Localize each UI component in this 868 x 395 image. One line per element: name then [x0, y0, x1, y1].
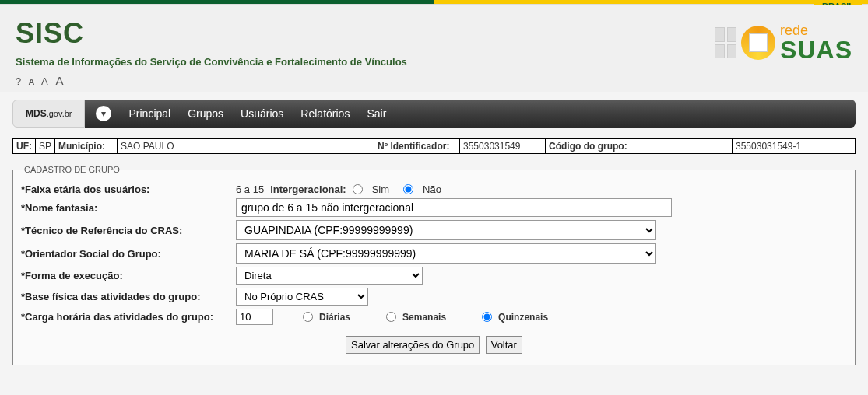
base-fisica-label: *Base física das atividades do grupo:: [21, 291, 230, 302]
codigo-grupo-value: 35503031549-1: [733, 139, 856, 154]
chevron-down-icon[interactable]: ▾: [96, 106, 111, 121]
faixa-etaria-value: 6 a 15: [236, 184, 264, 195]
content-area: UF: SP Município: SAO PAULO Nº Identific…: [0, 128, 868, 376]
intergeracional-sim-radio[interactable]: [353, 184, 363, 194]
brand-main: MDS: [26, 108, 47, 119]
nav-usuarios[interactable]: Usuários: [241, 107, 283, 120]
salvar-button[interactable]: Salvar alterações do Grupo: [346, 336, 480, 354]
navbar: ▾ Principal Grupos Usuários Relatórios S…: [85, 100, 856, 128]
fieldset-legend: CADASTRO DE GRUPO: [21, 165, 123, 174]
font-large-button[interactable]: A: [55, 74, 63, 87]
font-size-controls: ? A A A: [16, 74, 852, 87]
nav-sair[interactable]: Sair: [367, 107, 386, 120]
logo-text-suas: SUAS: [780, 37, 852, 62]
nao-label: Não: [423, 184, 441, 195]
codigo-grupo-label: Código do grupo:: [546, 139, 733, 154]
brand-tld: .gov.br: [47, 109, 72, 118]
help-icon[interactable]: ?: [16, 75, 21, 87]
font-small-button[interactable]: A: [29, 77, 34, 86]
sim-label: Sim: [372, 184, 389, 195]
voltar-button[interactable]: Voltar: [486, 336, 522, 354]
orientador-select[interactable]: MARIA DE SÁ (CPF:99999999999): [236, 243, 656, 264]
nav-grupos[interactable]: Grupos: [188, 107, 223, 120]
uf-label: UF:: [13, 139, 36, 154]
cadastro-grupo-fieldset: CADASTRO DE GRUPO *Faixa etária dos usuá…: [12, 165, 856, 365]
base-fisica-select[interactable]: No Próprio CRAS: [236, 288, 368, 306]
identificador-label: Nº Identificador:: [374, 139, 460, 154]
forma-execucao-label: *Forma de execução:: [21, 270, 230, 281]
uf-value: SP: [36, 139, 55, 154]
carga-horaria-input[interactable]: [236, 309, 273, 325]
municipio-label: Município:: [55, 139, 118, 154]
intergeracional-nao-radio[interactable]: [403, 184, 413, 194]
freq-quinzenais-label: Quinzenais: [498, 312, 548, 323]
logo-rede-suas: rede SUAS: [715, 23, 852, 62]
font-medium-button[interactable]: A: [41, 75, 48, 87]
orientador-label: *Orientador Social do Grupo:: [21, 248, 230, 260]
info-bar: UF: SP Município: SAO PAULO Nº Identific…: [12, 138, 856, 154]
logo-ring-icon: [741, 26, 775, 60]
nav-relatorios[interactable]: Relatórios: [300, 107, 350, 120]
identificador-value: 35503031549: [460, 139, 546, 154]
main-nav: MDS.gov.br ▾ Principal Grupos Usuários R…: [12, 100, 856, 128]
intergeracional-label: Intergeracional:: [270, 184, 346, 195]
nav-principal[interactable]: Principal: [128, 107, 170, 120]
tecnico-label: *Técnico de Referência do CRAS:: [21, 225, 230, 236]
forma-execucao-select[interactable]: Direta: [236, 267, 423, 285]
brand-tab[interactable]: MDS.gov.br: [12, 100, 85, 128]
logo-grid-icon: [715, 27, 736, 58]
faixa-etaria-label: *Faixa etária dos usuários:: [21, 184, 230, 195]
freq-quinzenais-radio[interactable]: [482, 312, 492, 322]
freq-semanais-label: Semanais: [402, 312, 446, 323]
freq-diarias-radio[interactable]: [303, 312, 313, 322]
page-header: SISC Sistema de Informações do Serviço d…: [0, 5, 868, 92]
municipio-value: SAO PAULO: [118, 139, 374, 154]
tecnico-select[interactable]: GUAPINDAIA (CPF:99999999999): [236, 220, 656, 240]
freq-diarias-label: Diárias: [319, 312, 350, 323]
nome-fantasia-input[interactable]: [236, 198, 672, 217]
carga-horaria-label: *Carga horária das atividades do grupo:: [21, 311, 230, 323]
freq-semanais-radio[interactable]: [386, 312, 396, 322]
nome-fantasia-label: *Nome fantasia:: [21, 202, 230, 214]
